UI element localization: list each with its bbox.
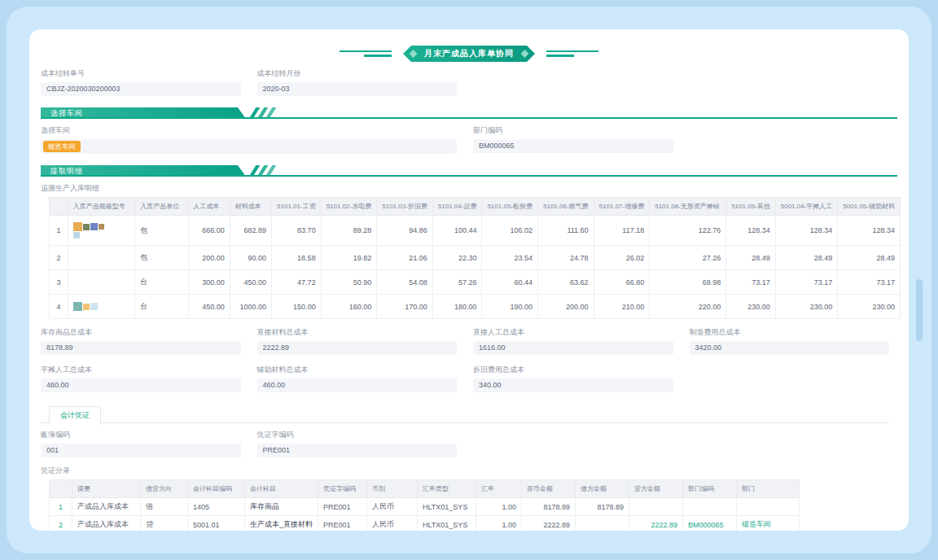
workshop-select-field: 选择车间 锻造车间 <box>41 125 457 154</box>
amount-cell: 117.18 <box>594 216 650 246</box>
summary-label: 折旧费用总成本 <box>473 365 673 375</box>
table-cell: 1405 <box>188 498 245 516</box>
table-cell: 产成品入库成本 <box>72 498 141 516</box>
table-row[interactable]: 3台300.00450.0047.7250.9054.0857.2660.446… <box>50 270 901 295</box>
amount-cell: 50.90 <box>321 270 377 295</box>
page-scrollbar[interactable] <box>916 279 923 341</box>
summary-input[interactable]: 3420.00 <box>690 341 890 355</box>
amount-cell: 28.49 <box>726 246 776 270</box>
amount-cell: 200.00 <box>188 246 230 270</box>
product-spec-cell <box>68 295 134 319</box>
book-code-field: 账簿编码 001 <box>41 430 241 457</box>
main-table-title: 追溯生产入库明细 <box>41 183 901 194</box>
outer-panel: 月末产成品入库单协同 成本结转单号 CBJZ-2020030200003 成本结… <box>7 7 931 553</box>
amount-cell: 73.17 <box>838 270 901 295</box>
page-title: 月末产成品入库单协同 <box>424 49 514 58</box>
doc-no-input[interactable]: CBJZ-2020030200003 <box>41 82 241 96</box>
amount-cell: 73.17 <box>775 270 838 295</box>
row-number: 2 <box>50 516 72 532</box>
amount-cell: 57.26 <box>432 270 482 295</box>
amount-cell: 2222.89 <box>522 516 576 532</box>
amount-cell: 180.00 <box>432 295 482 319</box>
dept-code-field: 部门编码 BM000065 <box>473 125 673 154</box>
book-code-label: 账簿编码 <box>41 430 241 440</box>
dept-code-input[interactable]: BM000065 <box>473 139 673 153</box>
dept-name-cell <box>737 498 800 516</box>
column-header: 贷方金额 <box>629 480 683 498</box>
summary-fields: 库存商品总成本 8178.89 直接材料总成本 2222.89 直接人工总成本 … <box>41 327 889 392</box>
amount-cell: 23.54 <box>482 246 538 270</box>
diamond-icon <box>410 50 418 58</box>
column-header <box>50 480 72 498</box>
doc-no-field: 成本结转单号 CBJZ-2020030200003 <box>41 68 241 96</box>
column-header: 5001.04-平摊人工 <box>775 198 838 216</box>
amount-cell: 27.26 <box>650 246 726 270</box>
table-row[interactable]: 2包200.0090.0018.5819.8221.0622.3023.5424… <box>50 246 901 270</box>
summary-input[interactable]: 340.00 <box>473 378 673 392</box>
summary-field: 制造费用总成本 3420.00 <box>690 327 890 355</box>
summary-input[interactable]: 460.00 <box>257 378 458 392</box>
table-row[interactable]: 1产成品入库成本借1405库存商品PRE001人民币HLTX01_SYS1.00… <box>50 498 800 516</box>
column-header: 会计科目编码 <box>188 480 245 498</box>
page: { "title_banner": { "title": "月末产成品入库单协同… <box>0 0 938 560</box>
content-card: 月末产成品入库单协同 成本结转单号 CBJZ-2020030200003 成本结… <box>29 29 909 531</box>
summary-field: 直接材料总成本 2222.89 <box>257 327 458 355</box>
amount-cell: 230.00 <box>775 295 838 319</box>
amount-cell: 18.58 <box>272 246 322 270</box>
table-cell: 贷 <box>141 516 188 532</box>
amount-cell: 66.80 <box>594 270 650 295</box>
dept-code-cell: BM000065 <box>683 516 737 532</box>
account-name-cell: 生产成本_直接材料 <box>245 516 318 532</box>
dept-code-label: 部门编码 <box>473 125 673 136</box>
column-header: 5101.01-工资 <box>272 198 322 216</box>
amount-cell: 666.00 <box>188 216 230 246</box>
amount-cell: 26.02 <box>594 246 650 270</box>
column-header: 5101.05-检验费 <box>482 198 538 216</box>
account-name-cell: 库存商品 <box>245 498 318 516</box>
column-header: 部门 <box>737 480 800 498</box>
amount-cell: 220.00 <box>650 295 726 319</box>
book-code-input[interactable]: 001 <box>41 444 241 457</box>
page-title-pill: 月末产成品入库单协同 <box>403 46 535 62</box>
voucher-fields: 账簿编码 001 凭证字编码 PRE001 <box>41 430 889 457</box>
table-row[interactable]: 2产成品入库成本贷5001.01生产成本_直接材料PRE001人民币HLTX01… <box>50 516 800 532</box>
dept-name-cell: 锻造车间 <box>737 516 800 532</box>
voucher-word-input[interactable]: PRE001 <box>257 444 458 457</box>
color-swatch <box>99 224 104 230</box>
summary-label: 库存商品总成本 <box>41 327 241 338</box>
column-header: 借方金额 <box>576 480 629 498</box>
amount-cell: 63.62 <box>538 270 594 295</box>
column-header: 5101.03-折旧费 <box>377 198 433 216</box>
voucher-table: 摘要借贷方向会计科目编码会计科目凭证字编码币别汇率类型汇率原币金额借方金额贷方金… <box>49 479 800 531</box>
summary-label: 平摊人工总成本 <box>41 365 241 375</box>
color-swatch <box>73 232 80 238</box>
amount-cell: 69.98 <box>650 270 726 295</box>
summary-input[interactable]: 8178.89 <box>41 341 241 355</box>
workshop-select-input[interactable]: 锻造车间 <box>41 139 457 154</box>
product-spec-cell <box>68 246 134 270</box>
summary-input[interactable]: 460.00 <box>41 378 241 392</box>
table-row[interactable]: 1包666.00682.8983.7089.2894.86100.44106.0… <box>50 216 901 246</box>
amount-cell: 21.06 <box>377 246 433 270</box>
table-cell: 产成品入库成本 <box>72 516 141 532</box>
month-field: 成本结转月份 2020-03 <box>257 68 458 96</box>
amount-cell: 1.00 <box>476 498 522 516</box>
summary-input[interactable]: 2222.89 <box>257 341 458 355</box>
amount-cell: 128.34 <box>726 216 776 246</box>
amount-cell: 450.00 <box>188 295 230 319</box>
summary-label: 制造费用总成本 <box>690 327 890 338</box>
tab-voucher[interactable]: 会计凭证 <box>49 406 101 425</box>
column-header: 入库产品单位 <box>135 198 188 216</box>
unit-cell: 台 <box>135 295 188 319</box>
ribbon-stripe <box>249 165 261 177</box>
amount-cell: 19.82 <box>321 246 377 270</box>
amount-cell: 8178.89 <box>576 498 629 516</box>
amount-cell: 54.08 <box>377 270 433 295</box>
month-input[interactable]: 2020-03 <box>257 82 458 96</box>
unit-cell: 台 <box>135 270 188 295</box>
row-number: 4 <box>50 295 68 319</box>
workshop-tag[interactable]: 锻造车间 <box>43 141 81 152</box>
column-header: 人工成本 <box>188 198 230 216</box>
summary-input[interactable]: 1616.00 <box>473 341 673 355</box>
table-row[interactable]: 4台450.001000.00150.00160.00170.00180.001… <box>50 295 901 319</box>
